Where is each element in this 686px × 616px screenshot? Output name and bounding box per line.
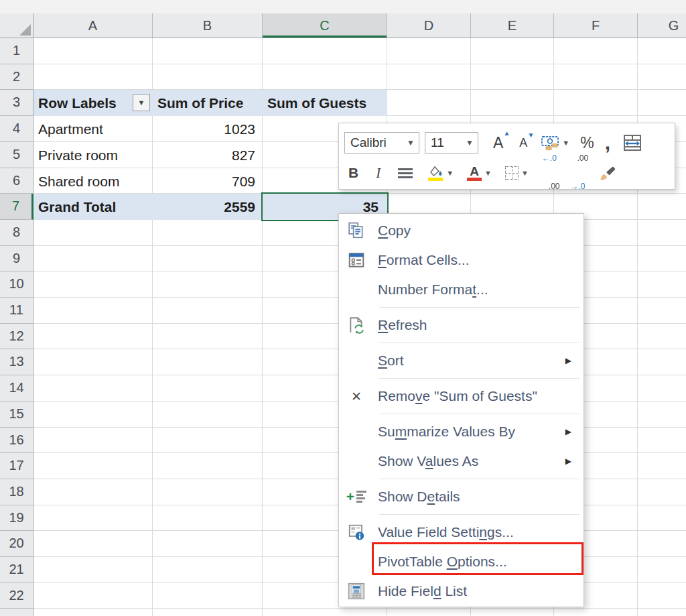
increase-decimal-button[interactable]: ←.0 .00 — [542, 136, 560, 210]
borders-button[interactable] — [505, 166, 519, 180]
font-size-combo[interactable]: 11 ▼ — [425, 132, 478, 153]
grid-cell[interactable] — [33, 609, 153, 616]
grid-cell[interactable] — [33, 505, 153, 531]
grid-cell[interactable] — [638, 64, 686, 90]
row-header-10[interactable]: 10 — [0, 271, 33, 298]
row-header-12[interactable]: 12 — [0, 324, 33, 349]
grid-cell[interactable] — [33, 298, 153, 324]
row-header-7[interactable]: 7 — [0, 194, 33, 220]
row-header-4[interactable]: 4 — [0, 116, 33, 142]
grid-cell[interactable] — [638, 298, 686, 324]
italic-button[interactable]: I — [376, 165, 381, 182]
grid-cell[interactable] — [33, 479, 153, 505]
menu-item-refresh[interactable]: Refresh — [339, 310, 584, 340]
grid-cell[interactable] — [33, 583, 153, 609]
column-header-E[interactable]: E — [471, 13, 554, 38]
row-header-15[interactable]: 15 — [0, 402, 33, 428]
grid-cell[interactable] — [638, 349, 686, 375]
autofit-column-width-button[interactable] — [622, 134, 642, 151]
row-header-23[interactable]: 23 — [0, 609, 33, 616]
row-header-3[interactable]: 3 — [0, 90, 33, 116]
row-header-2[interactable]: 2 — [0, 64, 33, 90]
grid-cell[interactable] — [33, 531, 153, 557]
menu-item-sort[interactable]: Sort ▶ — [339, 346, 584, 375]
grid-cell[interactable] — [33, 246, 153, 271]
grid-cell[interactable] — [471, 64, 554, 90]
grid-cell[interactable] — [387, 64, 471, 90]
grid-cell[interactable] — [153, 453, 263, 479]
grid-cell[interactable] — [153, 531, 263, 557]
grid-cell[interactable] — [153, 505, 263, 531]
grid-cell[interactable] — [33, 453, 153, 479]
row-header-11[interactable]: 11 — [0, 298, 33, 324]
format-painter-button[interactable] — [599, 164, 616, 182]
grid-cell[interactable] — [471, 38, 554, 64]
grid-cell[interactable] — [638, 220, 686, 246]
grid-cell[interactable] — [153, 428, 263, 453]
grid-cell[interactable] — [638, 609, 686, 616]
cell-a5[interactable]: Private room — [33, 142, 153, 168]
cell-b3-sum-of-price[interactable]: Sum of Price — [153, 90, 263, 116]
grid-cell[interactable] — [33, 557, 153, 583]
grid-cell[interactable] — [153, 38, 263, 64]
row-header-1[interactable]: 1 — [0, 38, 33, 64]
increase-font-size-button[interactable]: A ▲ — [493, 134, 503, 152]
cell-b5[interactable]: 827 — [153, 142, 263, 168]
column-header-A[interactable]: A — [33, 13, 153, 38]
grid-cell[interactable] — [638, 271, 686, 298]
grid-cell[interactable] — [638, 505, 686, 531]
grid-cell[interactable] — [33, 402, 153, 428]
grid-cell[interactable] — [153, 557, 263, 583]
grid-cell[interactable] — [153, 609, 263, 616]
grid-cell[interactable] — [153, 349, 263, 375]
grid-cell[interactable] — [471, 609, 554, 616]
grid-cell[interactable] — [33, 349, 153, 375]
grid-cell[interactable] — [638, 246, 686, 271]
cell-a4[interactable]: Apartment — [33, 116, 153, 142]
row-header-22[interactable]: 22 — [0, 583, 33, 609]
column-header-C[interactable]: C — [263, 13, 387, 38]
dropdown-arrow-icon[interactable]: ▼ — [446, 169, 454, 177]
row-header-14[interactable]: 14 — [0, 375, 33, 402]
grid-cell[interactable] — [387, 609, 471, 616]
grid-cell[interactable] — [638, 428, 686, 453]
grid-cell[interactable] — [471, 90, 554, 116]
grid-cell[interactable] — [263, 64, 387, 90]
fill-color-button[interactable] — [427, 166, 443, 181]
grid-cell[interactable] — [638, 583, 686, 609]
grid-cell[interactable] — [387, 38, 471, 64]
decrease-decimal-button[interactable]: .00 →.0 — [571, 136, 589, 210]
menu-item-format-cells[interactable]: Format Cells... — [339, 245, 584, 275]
comma-style-button[interactable]: , — [605, 139, 610, 146]
grid-cell[interactable] — [638, 194, 686, 220]
menu-item-show-values-as[interactable]: Show Values As ▶ — [339, 446, 584, 476]
grid-cell[interactable] — [33, 375, 153, 402]
grid-cell[interactable] — [153, 479, 263, 505]
grid-cell[interactable] — [153, 220, 263, 246]
grid-cell[interactable] — [33, 428, 153, 453]
decrease-font-size-button[interactable]: A ▼ — [519, 136, 527, 150]
menu-item-copy[interactable]: Copy — [339, 216, 584, 245]
grid-cell[interactable] — [638, 453, 686, 479]
grid-cell[interactable] — [153, 402, 263, 428]
cell-a6[interactable]: Shared room — [33, 168, 153, 194]
row-header-20[interactable]: 20 — [0, 531, 33, 557]
dropdown-arrow-icon[interactable]: ▼ — [521, 169, 529, 177]
grid-cell[interactable] — [33, 64, 153, 90]
row-header-5[interactable]: 5 — [0, 142, 33, 168]
cell-a7-grand-total[interactable]: Grand Total — [33, 194, 153, 220]
menu-item-pivottable-options[interactable]: PivotTable Options... — [339, 547, 584, 576]
font-color-button[interactable]: A — [467, 166, 482, 181]
row-header-6[interactable]: 6 — [0, 168, 33, 194]
menu-item-show-details[interactable]: + Show Details — [339, 482, 584, 511]
column-header-D[interactable]: D — [387, 13, 471, 38]
grid-cell[interactable] — [33, 271, 153, 298]
grid-cell[interactable] — [638, 479, 686, 505]
cell-b6[interactable]: 709 — [153, 168, 263, 194]
menu-item-hide-field-list[interactable]: Hide Field List — [339, 576, 584, 606]
grid-cell[interactable] — [33, 324, 153, 349]
grid-cell[interactable] — [554, 64, 638, 90]
font-name-combo[interactable]: Calibri ▼ — [344, 132, 419, 153]
grid-cell[interactable] — [153, 583, 263, 609]
grid-cell[interactable] — [153, 64, 263, 90]
